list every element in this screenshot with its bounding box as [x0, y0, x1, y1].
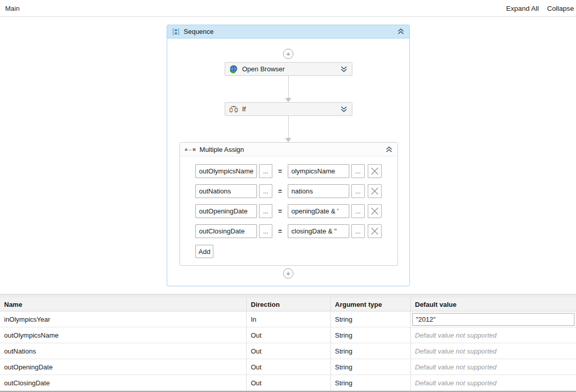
assign-to-input[interactable]	[195, 164, 257, 178]
assign-to-input[interactable]	[195, 184, 257, 198]
assign-value-expression-button[interactable]: ...	[351, 224, 365, 238]
argument-type-cell[interactable]: String	[331, 343, 411, 359]
assign-to-input[interactable]	[195, 224, 257, 238]
argument-row: outOpeningDate Out String Default value …	[0, 359, 576, 375]
connector-line	[288, 116, 289, 139]
multiple-assign-header[interactable]: A←B Multiple Assign	[180, 143, 398, 156]
column-header-argument-type[interactable]: Argument type	[331, 298, 411, 311]
delete-assign-button[interactable]	[368, 224, 382, 238]
column-header-default-value[interactable]: Default value	[411, 298, 576, 311]
assign-to-expression-button[interactable]: ...	[259, 224, 272, 238]
argument-row: inOlympicsYear In String	[0, 311, 576, 327]
delete-assign-button[interactable]	[368, 164, 382, 178]
add-activity-button-bottom[interactable]	[283, 268, 293, 279]
collapse-all-button[interactable]: Collapse	[547, 5, 574, 12]
argument-type-cell[interactable]: String	[331, 311, 411, 327]
chevron-double-down-icon	[340, 106, 348, 112]
argument-default-cell: Default value not supported	[411, 359, 576, 375]
if-expand-button[interactable]	[340, 106, 348, 112]
add-assignment-button[interactable]: Add	[195, 245, 213, 258]
argument-type-cell[interactable]: String	[331, 327, 411, 343]
if-label: If	[242, 105, 246, 113]
assign-value-input[interactable]	[288, 224, 349, 238]
assign-row: ... = ...	[195, 204, 382, 218]
workflow-canvas[interactable]: Sequence Open Browser	[0, 17, 576, 294]
assign-to-input[interactable]	[195, 204, 257, 218]
argument-direction-cell[interactable]: In	[247, 311, 331, 327]
arguments-header-row: Name Direction Argument type Default val…	[0, 298, 576, 311]
argument-default-cell: Default value not supported	[411, 343, 576, 359]
assign-value-input[interactable]	[288, 204, 349, 218]
argument-type-cell[interactable]: String	[331, 359, 411, 375]
equals-sign: =	[272, 167, 288, 175]
argument-default-cell	[411, 311, 576, 327]
add-activity-button-top[interactable]	[283, 49, 293, 59]
argument-direction-cell[interactable]: Out	[247, 343, 331, 359]
delete-assign-button[interactable]	[368, 204, 382, 218]
argument-row: outOlympicsName Out String Default value…	[0, 327, 576, 343]
sequence-collapse-button[interactable]	[397, 28, 405, 35]
arguments-panel: Name Direction Argument type Default val…	[0, 298, 576, 392]
argument-name-cell[interactable]: outClosingDate	[0, 375, 247, 390]
connector-line	[288, 76, 289, 99]
if-icon	[229, 105, 238, 113]
equals-sign: =	[272, 187, 288, 195]
delete-icon	[370, 187, 379, 195]
argument-name-cell[interactable]: outOpeningDate	[0, 359, 247, 375]
open-browser-label: Open Browser	[242, 65, 285, 73]
column-header-name[interactable]: Name	[0, 298, 247, 311]
argument-name-cell[interactable]: inOlympicsYear	[0, 311, 247, 327]
argument-row: outNations Out String Default value not …	[0, 343, 576, 359]
argument-default-cell: Default value not supported	[411, 327, 576, 343]
sequence-activity: Sequence Open Browser	[167, 25, 410, 286]
delete-assign-button[interactable]	[368, 184, 382, 198]
sequence-icon	[172, 28, 180, 36]
equals-sign: =	[272, 227, 288, 235]
connector-arrow-icon	[285, 138, 291, 142]
sequence-title: Sequence	[184, 28, 214, 35]
activity-if[interactable]: If	[225, 102, 352, 116]
open-browser-expand-button[interactable]	[340, 66, 348, 72]
activity-open-browser[interactable]: Open Browser	[225, 62, 352, 76]
delete-icon	[370, 227, 379, 236]
breadcrumb-bar: Main Expand All Collapse	[0, 0, 576, 17]
activity-multiple-assign: A←B Multiple Assign ... = ...	[180, 142, 398, 266]
assign-value-expression-button[interactable]: ...	[351, 204, 365, 218]
column-header-direction[interactable]: Direction	[247, 298, 331, 311]
assign-value-expression-button[interactable]: ...	[351, 184, 365, 198]
assign-value-input[interactable]	[288, 164, 349, 178]
assign-to-expression-button[interactable]: ...	[259, 184, 272, 198]
multiple-assign-icon: A←B	[185, 147, 196, 152]
argument-direction-cell[interactable]: Out	[247, 375, 331, 390]
chevron-double-down-icon	[340, 66, 348, 72]
default-value-input[interactable]	[412, 313, 574, 326]
assign-row: ... = ...	[195, 224, 382, 238]
chevron-double-up-icon	[397, 28, 405, 35]
assign-value-input[interactable]	[288, 184, 349, 198]
delete-icon	[370, 207, 379, 215]
assign-to-expression-button[interactable]: ...	[259, 164, 272, 178]
assign-to-expression-button[interactable]: ...	[259, 204, 272, 218]
breadcrumb-main[interactable]: Main	[5, 5, 19, 12]
connector-arrow-icon	[285, 98, 291, 102]
argument-direction-cell[interactable]: Out	[247, 327, 331, 343]
chevron-double-up-icon	[385, 146, 393, 153]
equals-sign: =	[272, 207, 288, 215]
open-browser-icon	[229, 65, 238, 73]
argument-name-cell[interactable]: outOlympicsName	[0, 327, 247, 343]
multiple-assign-title: Multiple Assign	[200, 146, 244, 153]
argument-type-cell[interactable]: String	[331, 375, 411, 390]
argument-direction-cell[interactable]: Out	[247, 359, 331, 375]
multiple-assign-collapse-button[interactable]	[385, 146, 393, 153]
argument-row: outClosingDate Out String Default value …	[0, 375, 576, 391]
argument-default-cell: Default value not supported	[411, 375, 576, 390]
assign-value-expression-button[interactable]: ...	[351, 164, 365, 178]
expand-all-button[interactable]: Expand All	[506, 5, 539, 12]
panel-divider[interactable]	[0, 294, 576, 298]
sequence-header[interactable]: Sequence	[167, 25, 409, 38]
delete-icon	[370, 167, 379, 175]
argument-name-cell[interactable]: outNations	[0, 343, 247, 359]
assign-row: ... = ...	[195, 184, 382, 198]
assign-row: ... = ...	[195, 164, 382, 178]
